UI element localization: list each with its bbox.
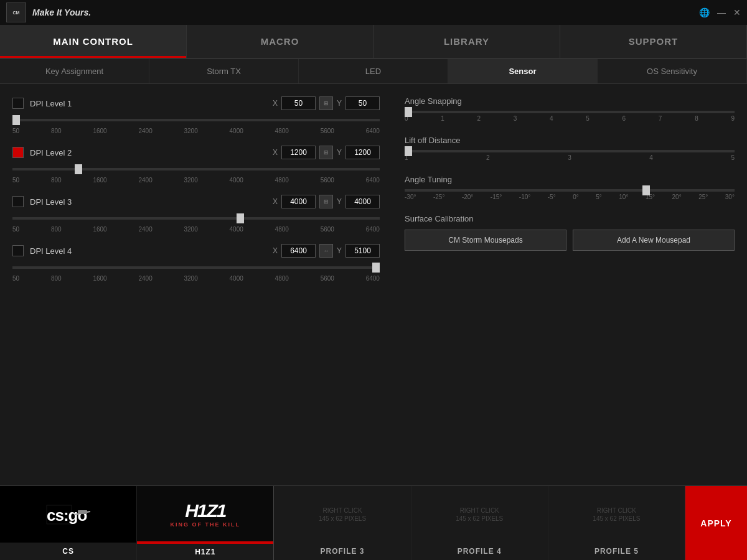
profile-3-placeholder: RIGHT CLICK145 x 62 PIXELS xyxy=(319,506,366,523)
titlebar: CM Make It Yours. 🌐 — ✕ xyxy=(0,0,747,25)
dpi-level-2-label: DPI Level 2 xyxy=(30,148,266,157)
content-area: DPI Level 1 X 50 ⊞ Y 50 50 800 1600 2400 xyxy=(0,84,747,485)
dpi-level-4-x-value[interactable]: 6400 xyxy=(281,244,316,258)
lift-off-distance-label: Lift off Distance xyxy=(405,136,735,145)
dpi-level-4-checkbox[interactable] xyxy=(12,245,24,256)
csgo-logo-svg: cs:go xyxy=(44,499,93,530)
dpi-level-1-label: DPI Level 1 xyxy=(30,99,266,108)
tab-led[interactable]: LED xyxy=(299,59,448,83)
dpi-level-1-link-icon[interactable]: ⊞ xyxy=(319,96,333,110)
profile-h1z1-image: H1Z1 KING OF THE KILL xyxy=(137,486,273,543)
tab-library[interactable]: LIBRARY xyxy=(374,25,560,58)
dpi-level-3-x-value[interactable]: 4000 xyxy=(281,195,316,208)
logo-area: CM Make It Yours. xyxy=(6,2,91,22)
dpi-level-4-thumb[interactable] xyxy=(372,263,380,273)
dpi-level-3-thumb[interactable] xyxy=(237,213,244,223)
tab-storm-tx[interactable]: Storm TX xyxy=(149,59,299,83)
minimize-button[interactable]: — xyxy=(717,7,726,17)
dpi-level-3-labels: 50 800 1600 2400 3200 4000 4800 5600 640… xyxy=(12,226,380,233)
profile-5-placeholder: RIGHT CLICK145 x 62 PIXELS xyxy=(593,506,640,523)
lift-off-distance-thumb[interactable] xyxy=(405,146,412,156)
angle-tuning-thumb[interactable] xyxy=(642,185,650,195)
profile-bar: cs:go CS H1Z1 KING OF THE KILL H1Z1 RIGH… xyxy=(0,485,747,560)
cm-storm-mousepads-button[interactable]: CM Storm Mousepads xyxy=(405,230,566,251)
profile-4-image: RIGHT CLICK145 x 62 PIXELS xyxy=(411,486,548,543)
angle-snapping-track xyxy=(405,111,735,113)
dpi-level-3-row: DPI Level 3 X 4000 ⊞ Y 4000 50 800 1600 … xyxy=(12,195,380,233)
angle-tuning-label: Angle Tuning xyxy=(405,175,735,184)
svg-rect-3 xyxy=(78,510,87,514)
tab-sensor[interactable]: Sensor xyxy=(448,59,598,83)
dpi-level-1-header: DPI Level 1 X 50 ⊞ Y 50 xyxy=(12,96,380,110)
dpi-level-4-y-value[interactable]: 5100 xyxy=(345,244,380,258)
add-new-mousepad-button[interactable]: Add A New Mousepad xyxy=(573,230,735,251)
profile-5-image: RIGHT CLICK145 x 62 PIXELS xyxy=(548,486,685,543)
dpi-level-1-row: DPI Level 1 X 50 ⊞ Y 50 50 800 1600 2400 xyxy=(12,96,380,134)
tab-os-sensitivity[interactable]: OS Sensitivity xyxy=(598,59,747,83)
dpi-level-3-header: DPI Level 3 X 4000 ⊞ Y 4000 xyxy=(12,195,380,208)
profile-cs-name: CS xyxy=(0,543,136,560)
globe-icon[interactable]: 🌐 xyxy=(699,7,710,17)
dpi-level-2-x-value[interactable]: 1200 xyxy=(281,146,316,159)
dpi-level-4-xy: X 6400 ↔ Y 5100 xyxy=(273,244,380,258)
dpi-level-1-slider xyxy=(12,114,380,126)
surface-calibration-section: Surface Calibration CM Storm Mousepads A… xyxy=(405,214,735,251)
lift-off-distance-section: Lift off Distance 1 2 3 4 5 xyxy=(405,136,735,161)
dpi-level-2-xy: X 1200 ⊞ Y 1200 xyxy=(273,146,380,159)
dpi-level-2-slider xyxy=(12,163,380,175)
dpi-level-2-thumb[interactable] xyxy=(75,164,82,174)
angle-snapping-thumb[interactable] xyxy=(405,107,412,117)
dpi-level-3-xy: X 4000 ⊞ Y 4000 xyxy=(273,195,380,208)
profile-3[interactable]: RIGHT CLICK145 x 62 PIXELS PROFILE 3 xyxy=(274,486,411,560)
profile-5[interactable]: RIGHT CLICK145 x 62 PIXELS PROFILE 5 xyxy=(548,486,685,560)
dpi-level-2-header: DPI Level 2 X 1200 ⊞ Y 1200 xyxy=(12,146,380,159)
dpi-level-2-y-value[interactable]: 1200 xyxy=(345,146,380,159)
profile-h1z1-name: H1Z1 xyxy=(137,543,273,560)
dpi-level-4-link-icon[interactable]: ↔ xyxy=(319,244,333,258)
angle-tuning-section: Angle Tuning -30° -25° -20° -15° -10° -5… xyxy=(405,175,735,200)
dpi-level-3-checkbox[interactable] xyxy=(12,196,24,207)
angle-snapping-scale: 0 1 2 3 4 5 6 7 8 9 xyxy=(405,115,735,122)
dpi-panel: DPI Level 1 X 50 ⊞ Y 50 50 800 1600 2400 xyxy=(0,90,392,479)
profile-h1z1[interactable]: H1Z1 KING OF THE KILL H1Z1 xyxy=(137,486,274,560)
close-button[interactable]: ✕ xyxy=(733,7,741,17)
tab-main-control[interactable]: MAIN CONTROL xyxy=(0,25,187,58)
profile-3-name: PROFILE 3 xyxy=(274,543,410,560)
profile-5-name: PROFILE 5 xyxy=(548,543,685,560)
profile-4-name: PROFILE 4 xyxy=(411,543,548,560)
dpi-level-4-labels: 50 800 1600 2400 3200 4000 4800 5600 640… xyxy=(12,275,380,282)
profile-3-image: RIGHT CLICK145 x 62 PIXELS xyxy=(274,486,410,543)
dpi-level-1-checkbox[interactable] xyxy=(12,98,24,109)
tab-macro[interactable]: MACRO xyxy=(187,25,374,58)
angle-snapping-label: Angle Snapping xyxy=(405,96,735,106)
dpi-level-2-link-icon[interactable]: ⊞ xyxy=(319,146,333,159)
right-settings-panel: Angle Snapping 0 1 2 3 4 5 6 7 8 9 Lift … xyxy=(392,90,747,479)
angle-snapping-section: Angle Snapping 0 1 2 3 4 5 6 7 8 9 xyxy=(405,96,735,122)
window-controls: 🌐 — ✕ xyxy=(699,7,741,17)
dpi-level-1-x-value[interactable]: 50 xyxy=(281,96,316,110)
tab-support[interactable]: SUPPORT xyxy=(560,25,747,58)
dpi-level-1-thumb[interactable] xyxy=(12,115,20,125)
tab-key-assignment[interactable]: Key Assignment xyxy=(0,59,149,83)
dpi-level-3-label: DPI Level 3 xyxy=(30,197,266,207)
profile-4[interactable]: RIGHT CLICK145 x 62 PIXELS PROFILE 4 xyxy=(411,486,548,560)
profile-cs-image: cs:go xyxy=(0,486,136,543)
surface-calibration-label: Surface Calibration xyxy=(405,214,735,223)
dpi-level-4-header: DPI Level 4 X 6400 ↔ Y 5100 xyxy=(12,244,380,258)
dpi-level-1-y-value[interactable]: 50 xyxy=(345,96,380,110)
dpi-level-2-row: DPI Level 2 X 1200 ⊞ Y 1200 50 800 1600 … xyxy=(12,146,380,184)
profile-cs[interactable]: cs:go CS xyxy=(0,486,137,560)
sub-tab-bar: Key Assignment Storm TX LED Sensor OS Se… xyxy=(0,59,747,84)
profile-4-placeholder: RIGHT CLICK145 x 62 PIXELS xyxy=(456,506,503,523)
dpi-level-1-xy: X 50 ⊞ Y 50 xyxy=(273,96,380,110)
apply-button[interactable]: APPLY xyxy=(685,486,747,560)
dpi-level-3-link-icon[interactable]: ⊞ xyxy=(319,195,333,208)
dpi-level-1-labels: 50 800 1600 2400 3200 4000 4800 5600 640… xyxy=(12,128,380,134)
dpi-level-3-y-value[interactable]: 4000 xyxy=(345,195,380,208)
surface-calibration-buttons: CM Storm Mousepads Add A New Mousepad xyxy=(405,230,735,251)
dpi-level-2-labels: 50 800 1600 2400 3200 4000 4800 5600 640… xyxy=(12,177,380,184)
dpi-level-4-row: DPI Level 4 X 6400 ↔ Y 5100 50 800 1600 … xyxy=(12,244,380,282)
main-tab-bar: MAIN CONTROL MACRO LIBRARY SUPPORT xyxy=(0,25,747,59)
lift-off-distance-scale: 1 2 3 4 5 xyxy=(405,154,735,161)
dpi-level-2-checkbox[interactable] xyxy=(12,147,24,158)
